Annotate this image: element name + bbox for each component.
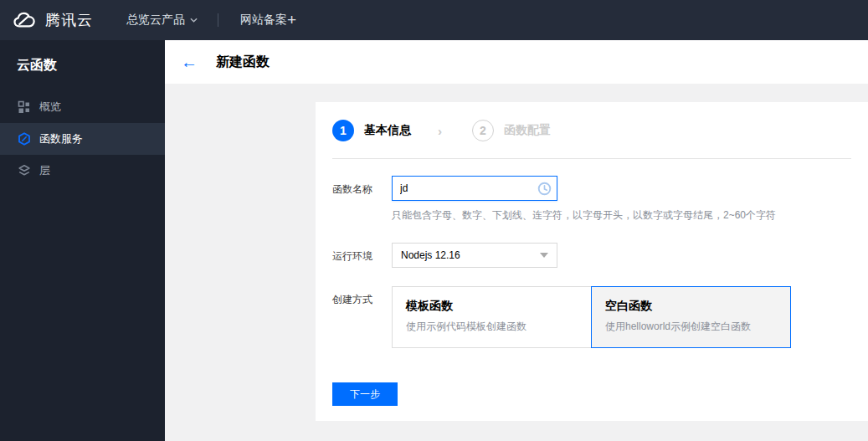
top-navbar: 腾讯云 总览 云产品 网站备案 + bbox=[0, 0, 868, 40]
runtime-label: 运行环境 bbox=[332, 243, 392, 268]
main-area: ← 新建函数 1 基本信息 › 2 函数配置 函数名称 bbox=[165, 40, 868, 441]
step-chevron-icon: › bbox=[438, 124, 442, 138]
function-name-label: 函数名称 bbox=[332, 176, 392, 223]
step-2-circle: 2 bbox=[472, 120, 494, 141]
method-card-desc: 使用示例代码模板创建函数 bbox=[406, 320, 578, 334]
function-name-input[interactable] bbox=[392, 176, 557, 201]
creation-method-cards: 模板函数 使用示例代码模板创建函数 空白函数 使用helloworld示例创建空… bbox=[392, 286, 791, 348]
grid-icon bbox=[18, 100, 31, 114]
nav-divider bbox=[218, 13, 218, 27]
nav-item-products[interactable]: 云产品 bbox=[150, 13, 198, 28]
step-indicator: 1 基本信息 › 2 函数配置 bbox=[332, 102, 851, 141]
sidebar-item-label: 函数服务 bbox=[39, 131, 83, 146]
next-step-button[interactable]: 下一步 bbox=[332, 382, 398, 406]
select-caret-icon bbox=[540, 253, 548, 258]
section-divider bbox=[332, 158, 851, 159]
nav-item-products-label: 云产品 bbox=[150, 13, 185, 28]
method-card-blank[interactable]: 空白函数 使用helloworld示例创建空白函数 bbox=[591, 286, 791, 348]
step-1-circle: 1 bbox=[332, 120, 354, 141]
nav-add-button[interactable]: + bbox=[287, 11, 296, 29]
sidebar-title: 云函数 bbox=[0, 40, 165, 91]
function-name-hint: 只能包含字母、数字、下划线、连字符，以字母开头，以数字或字母结尾，2~60个字符 bbox=[392, 208, 776, 223]
page-header: ← 新建函数 bbox=[165, 40, 868, 84]
method-card-title: 模板函数 bbox=[406, 299, 578, 314]
sidebar-item-label: 概览 bbox=[39, 100, 61, 115]
function-name-row: 函数名称 只能包含字母、数字、下划线、连字符，以字母开头，以数字或字母结尾，2~… bbox=[332, 176, 851, 223]
back-arrow-icon[interactable]: ← bbox=[181, 54, 199, 70]
nav-item-beian[interactable]: 网站备案 bbox=[240, 13, 287, 28]
sidebar-item-overview[interactable]: 概览 bbox=[0, 91, 165, 123]
function-name-input-wrap bbox=[392, 176, 557, 201]
method-card-desc: 使用helloworld示例创建空白函数 bbox=[605, 320, 777, 334]
tencent-cloud-brand[interactable]: 腾讯云 bbox=[13, 10, 93, 30]
function-name-field-group: 只能包含字母、数字、下划线、连字符，以字母开头，以数字或字母结尾，2~60个字符 bbox=[392, 176, 776, 223]
create-function-card: 1 基本信息 › 2 函数配置 函数名称 bbox=[316, 102, 868, 421]
brand-name: 腾讯云 bbox=[45, 10, 93, 30]
page-title: 新建函数 bbox=[216, 54, 270, 71]
nav-item-overview[interactable]: 总览 bbox=[126, 13, 150, 28]
clock-icon bbox=[537, 182, 552, 196]
step-2-label: 函数配置 bbox=[504, 123, 551, 138]
method-card-title: 空白函数 bbox=[605, 299, 777, 314]
tencent-cloud-logo-icon bbox=[13, 11, 39, 29]
runtime-select[interactable]: Nodejs 12.16 bbox=[392, 243, 557, 268]
content-area: 1 基本信息 › 2 函数配置 函数名称 bbox=[165, 84, 868, 441]
sidebar-item-label: 层 bbox=[39, 163, 50, 178]
step-1-label: 基本信息 bbox=[364, 123, 411, 138]
sidebar-item-function-service[interactable]: 函数服务 bbox=[0, 123, 165, 155]
sidebar: 云函数 概览 函数服务 层 bbox=[0, 40, 165, 441]
creation-method-row: 创建方式 模板函数 使用示例代码模板创建函数 空白函数 使用helloworld… bbox=[332, 286, 851, 348]
creation-method-label: 创建方式 bbox=[332, 286, 392, 348]
sidebar-item-layers[interactable]: 层 bbox=[0, 155, 165, 187]
method-card-template[interactable]: 模板函数 使用示例代码模板创建函数 bbox=[392, 286, 592, 348]
runtime-select-value: Nodejs 12.16 bbox=[401, 249, 460, 261]
chevron-down-icon bbox=[190, 18, 198, 23]
function-service-icon bbox=[18, 132, 31, 146]
layers-icon bbox=[18, 164, 31, 177]
runtime-row: 运行环境 Nodejs 12.16 bbox=[332, 243, 851, 268]
